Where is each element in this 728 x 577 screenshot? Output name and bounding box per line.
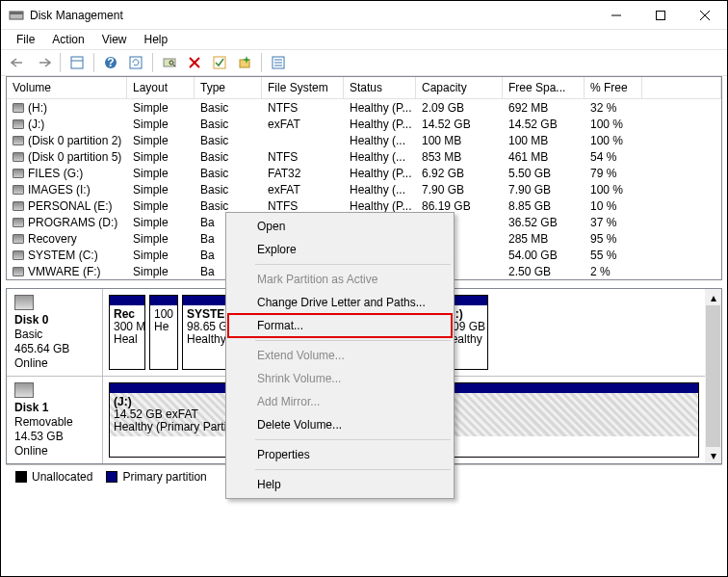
menu-view[interactable]: View (94, 31, 135, 48)
col-volume[interactable]: Volume (7, 77, 127, 98)
context-item-help[interactable]: Help (228, 473, 452, 496)
svg-rect-10 (130, 57, 142, 68)
delete-icon[interactable] (183, 52, 206, 73)
svg-rect-3 (657, 11, 665, 19)
primary-swatch (106, 471, 117, 483)
menu-file[interactable]: File (9, 31, 42, 48)
col-spacer (642, 77, 721, 98)
legend-primary: Primary partition (122, 470, 206, 484)
app-icon (9, 8, 24, 23)
toolbar: ? (1, 49, 727, 76)
volume-icon (13, 234, 24, 244)
svg-rect-1 (10, 12, 23, 14)
col-filesystem[interactable]: File System (262, 77, 344, 98)
window-title: Disk Management (30, 9, 123, 22)
back-button[interactable] (7, 52, 30, 73)
volume-icon (13, 201, 24, 211)
context-item-open[interactable]: Open (228, 215, 452, 238)
menu-action[interactable]: Action (44, 31, 91, 48)
check-icon[interactable] (208, 52, 231, 73)
volume-row[interactable]: FILES (G:)SimpleBasicFAT32Healthy (P...6… (7, 165, 721, 181)
help-icon[interactable]: ? (99, 52, 122, 73)
col-status[interactable]: Status (344, 77, 416, 98)
volume-list-header: Volume Layout Type File System Status Ca… (7, 77, 721, 99)
volume-icon (13, 152, 24, 162)
scrollbar-vertical[interactable]: ▴ ▾ (705, 289, 721, 463)
svg-text:?: ? (107, 56, 114, 69)
context-item-add-mirror: Add Mirror... (228, 390, 452, 413)
titlebar: Disk Management (1, 1, 727, 30)
unallocated-swatch (15, 471, 27, 483)
col-pctfree[interactable]: % Free (585, 77, 642, 98)
col-type[interactable]: Type (195, 77, 262, 98)
volume-icon (13, 119, 24, 129)
volume-row[interactable]: IMAGES (I:)SimpleBasicexFATHealthy (...7… (7, 181, 721, 197)
svg-rect-14 (214, 57, 225, 68)
svg-rect-6 (71, 57, 83, 68)
disk-icon (14, 295, 34, 310)
volume-row[interactable]: (J:)SimpleBasicexFATHealthy (P...14.52 G… (7, 116, 721, 132)
context-item-delete-volume[interactable]: Delete Volume... (228, 413, 452, 436)
show-icon[interactable] (65, 52, 89, 73)
volume-row[interactable]: (H:)SimpleBasicNTFSHealthy (P...2.09 GB6… (7, 99, 721, 116)
col-capacity[interactable]: Capacity (416, 77, 503, 98)
context-item-shrink-volume: Shrink Volume... (228, 367, 452, 390)
volume-icon (13, 250, 24, 260)
forward-button[interactable] (32, 52, 55, 73)
volume-row[interactable]: (Disk 0 partition 2)SimpleBasicHealthy (… (7, 132, 721, 148)
disk-label[interactable]: Disk 1Removable14.53 GBOnline (7, 377, 103, 463)
refresh-icon[interactable] (124, 52, 147, 73)
scroll-thumb[interactable] (706, 305, 720, 447)
col-freespace[interactable]: Free Spa... (503, 77, 585, 98)
disk-icon (14, 382, 34, 398)
legend-unallocated: Unallocated (32, 470, 92, 484)
context-item-properties[interactable]: Properties (228, 443, 452, 466)
context-menu: OpenExploreMark Partition as ActiveChang… (225, 212, 455, 499)
context-item-format[interactable]: Format... (228, 314, 452, 337)
context-item-change-drive-letter-and-paths[interactable]: Change Drive Letter and Paths... (228, 291, 452, 314)
col-layout[interactable]: Layout (127, 77, 195, 98)
volume-icon (13, 136, 24, 145)
minimize-button[interactable] (594, 1, 638, 30)
menubar: File Action View Help (1, 30, 727, 49)
volume-icon (13, 218, 24, 227)
volume-icon (13, 185, 24, 195)
disk-label[interactable]: Disk 0Basic465.64 GBOnline (7, 289, 103, 376)
maximize-button[interactable] (638, 1, 683, 30)
volume-row[interactable]: (Disk 0 partition 5)SimpleBasicNTFSHealt… (7, 148, 721, 165)
context-item-explore[interactable]: Explore (228, 238, 452, 261)
context-separator (255, 340, 451, 341)
menu-help[interactable]: Help (137, 31, 176, 48)
volume-icon (13, 267, 24, 276)
volume-icon (13, 169, 24, 178)
context-separator (255, 439, 451, 440)
close-button[interactable] (683, 1, 727, 30)
scroll-up-icon[interactable]: ▴ (705, 289, 721, 305)
partition[interactable]: Rec300 MHeal (109, 295, 145, 370)
scroll-down-icon[interactable]: ▾ (705, 447, 721, 463)
context-item-mark-partition-as-active: Mark Partition as Active (228, 268, 452, 291)
find-icon[interactable] (158, 52, 181, 73)
volume-icon (13, 103, 24, 113)
context-separator (255, 469, 451, 470)
list-icon[interactable] (267, 52, 290, 73)
context-separator (255, 264, 451, 265)
disk-management-window: Disk Management File Action View Help ? (0, 0, 728, 577)
context-item-extend-volume: Extend Volume... (228, 344, 452, 367)
svg-rect-15 (240, 60, 249, 67)
partition[interactable]: 100He (149, 295, 178, 370)
new-icon[interactable] (233, 52, 256, 73)
